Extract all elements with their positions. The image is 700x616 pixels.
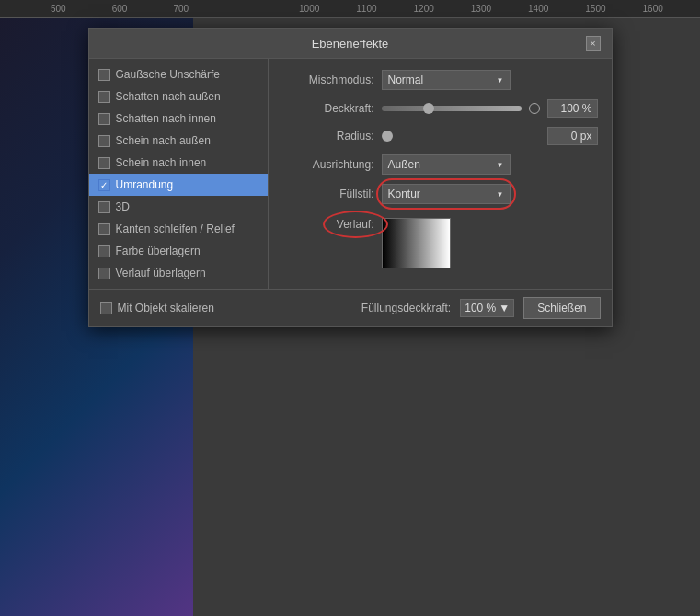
verlauf-row: Verlauf: bbox=[282, 218, 598, 268]
fuellstil-row: Füllstil: Kontur ▼ bbox=[282, 184, 598, 204]
umrandung-checkbox[interactable]: ✓ bbox=[98, 179, 110, 191]
deckkraft-value[interactable]: 100 % bbox=[547, 99, 598, 118]
3d-label: 3D bbox=[116, 200, 130, 213]
radius-label: Radius: bbox=[282, 130, 374, 143]
verlauf-label-cell: Verlauf: bbox=[282, 218, 374, 231]
schliessen-button[interactable]: Schließen bbox=[523, 297, 600, 319]
schein-aus-label: Schein nach außen bbox=[116, 134, 211, 147]
schein-aus-checkbox[interactable] bbox=[98, 135, 110, 147]
deckkraft-row: Deckkraft: 100 % bbox=[282, 99, 598, 118]
fuellstil-label: Füllstil: bbox=[282, 188, 374, 200]
dialog-sidebar: Gaußsche Unschärfe Schatten nach außen S… bbox=[89, 59, 269, 289]
mischmodus-label: Mischmodus: bbox=[282, 74, 374, 86]
mischmodus-arrow-icon: ▼ bbox=[497, 76, 504, 85]
deckkraft-label: Deckkraft: bbox=[282, 102, 374, 115]
ausrichtung-row: Ausrichtung: Außen ▼ bbox=[282, 154, 598, 175]
sidebar-item-schatten-ein[interactable]: Schatten nach innen bbox=[89, 108, 268, 130]
mischmodus-row: Mischmodus: Normal ▼ bbox=[282, 70, 598, 90]
deckkraft-radio[interactable] bbox=[529, 103, 540, 114]
verlauf-label-wrapper: Verlauf: bbox=[337, 218, 374, 231]
mischmodus-value: Normal bbox=[388, 74, 424, 86]
verlauf-uber-checkbox[interactable] bbox=[98, 268, 110, 279]
dialog-overlay: Ebeneneffekte × Gaußsche Unschärfe Schat… bbox=[0, 18, 700, 616]
footer-right: Füllungsdeckkraft: 100 % ▼ Schließen bbox=[361, 297, 601, 319]
mit-objekt-checkbox[interactable] bbox=[100, 302, 112, 314]
deckkraft-slider[interactable] bbox=[382, 106, 522, 111]
verlauf-label: Verlauf: bbox=[337, 218, 374, 231]
dialog-content-area: Mischmodus: Normal ▼ Deckkraft: bbox=[269, 59, 612, 289]
radius-circle bbox=[382, 131, 393, 142]
ruler: 500 600 700 1000 1100 1200 1300 1400 150… bbox=[0, 0, 700, 18]
dialog-body: Gaußsche Unschärfe Schatten nach außen S… bbox=[89, 59, 612, 289]
sidebar-item-3d[interactable]: 3D bbox=[89, 196, 268, 218]
3d-checkbox[interactable] bbox=[98, 201, 110, 213]
sidebar-item-farbe[interactable]: Farbe überlagern bbox=[89, 240, 268, 262]
ausrichtung-dropdown[interactable]: Außen ▼ bbox=[382, 154, 511, 175]
fuellungsdeckkraft-dropdown[interactable]: 100 % ▼ bbox=[460, 299, 514, 317]
gauss-checkbox[interactable] bbox=[98, 69, 110, 81]
mischmodus-dropdown[interactable]: Normal ▼ bbox=[382, 70, 511, 90]
deckkraft-slider-container bbox=[382, 106, 522, 111]
ausrichtung-arrow-icon: ▼ bbox=[497, 161, 504, 169]
umrandung-label: Umrandung bbox=[116, 178, 174, 191]
gauss-label: Gaußsche Unschärfe bbox=[116, 68, 220, 81]
sidebar-item-umrandung[interactable]: ✓ Umrandung bbox=[89, 174, 268, 196]
schatten-aus-label: Schatten nach außen bbox=[116, 90, 221, 103]
gradient-preview[interactable] bbox=[382, 218, 451, 268]
fuellstil-highlight: Kontur ▼ bbox=[382, 184, 511, 204]
schein-ein-label: Schein nach innen bbox=[116, 156, 207, 169]
sidebar-item-schein-aus[interactable]: Schein nach außen bbox=[89, 130, 268, 152]
kanten-checkbox[interactable] bbox=[98, 223, 110, 235]
ausrichtung-label: Ausrichtung: bbox=[282, 158, 374, 171]
fuellstil-value: Kontur bbox=[388, 188, 420, 200]
dialog-titlebar: Ebeneneffekte × bbox=[89, 29, 612, 59]
mit-objekt-label: Mit Objekt skalieren bbox=[118, 302, 214, 314]
ausrichtung-value: Außen bbox=[388, 158, 420, 171]
fuellungsdeckkraft-value: 100 % bbox=[465, 302, 496, 314]
sidebar-item-gauss[interactable]: Gaußsche Unschärfe bbox=[89, 63, 268, 86]
fuellstil-dropdown[interactable]: Kontur ▼ bbox=[382, 184, 511, 204]
footer-left: Mit Objekt skalieren bbox=[100, 302, 214, 314]
close-icon[interactable]: × bbox=[586, 36, 601, 51]
fuellungsdeckkraft-label: Füllungsdeckkraft: bbox=[361, 302, 451, 314]
farbe-label: Farbe überlagern bbox=[116, 245, 201, 257]
fuellungsdeckkraft-arrow-icon: ▼ bbox=[499, 302, 510, 314]
schatten-aus-checkbox[interactable] bbox=[98, 91, 110, 103]
dialog-footer: Mit Objekt skalieren Füllungsdeckkraft: … bbox=[89, 289, 612, 326]
schatten-ein-label: Schatten nach innen bbox=[116, 112, 216, 125]
sidebar-item-verlauf-uber[interactable]: Verlauf überlagern bbox=[89, 262, 268, 284]
radius-value[interactable]: 0 px bbox=[547, 127, 598, 145]
sidebar-item-kanten[interactable]: Kanten schleifen / Relief bbox=[89, 218, 268, 240]
sidebar-item-schatten-aus[interactable]: Schatten nach außen bbox=[89, 86, 268, 108]
deckkraft-thumb bbox=[423, 103, 434, 114]
ebeneneffekte-dialog: Ebeneneffekte × Gaußsche Unschärfe Schat… bbox=[88, 28, 613, 327]
dialog-title: Ebeneneffekte bbox=[115, 37, 586, 51]
kanten-label: Kanten schleifen / Relief bbox=[116, 222, 235, 235]
farbe-checkbox[interactable] bbox=[98, 245, 110, 257]
verlauf-uber-label: Verlauf überlagern bbox=[116, 267, 206, 279]
radius-row: Radius: 0 px bbox=[282, 127, 598, 145]
schatten-ein-checkbox[interactable] bbox=[98, 113, 110, 125]
schein-ein-checkbox[interactable] bbox=[98, 157, 110, 169]
fuellstil-arrow-icon: ▼ bbox=[497, 190, 504, 199]
sidebar-item-schein-ein[interactable]: Schein nach innen bbox=[89, 152, 268, 174]
